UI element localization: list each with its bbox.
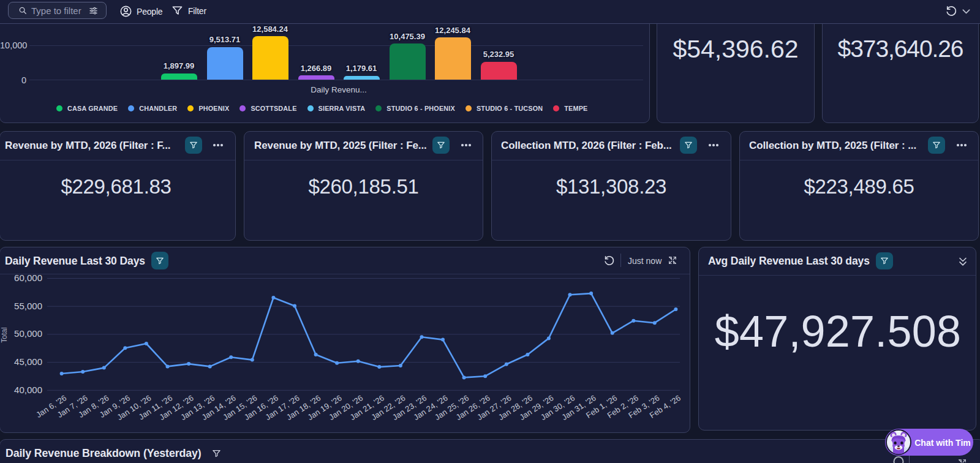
svg-text:Total: Total xyxy=(0,327,9,342)
svg-text:55,000: 55,000 xyxy=(14,301,42,311)
svg-text:50,000: 50,000 xyxy=(14,328,42,339)
svg-text:40,000: 40,000 xyxy=(14,385,42,395)
svg-text:45,000: 45,000 xyxy=(14,356,42,367)
svg-text:60,000: 60,000 xyxy=(14,273,42,283)
